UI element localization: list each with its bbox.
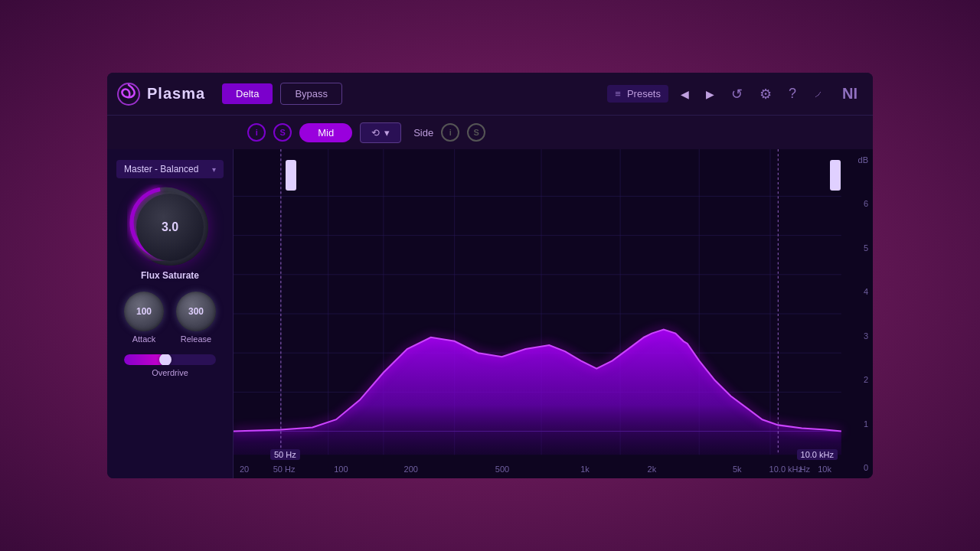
eq-svg: [234, 149, 873, 478]
loop-button[interactable]: ↺: [727, 83, 747, 106]
freq-50hz: 50 Hz: [273, 465, 296, 474]
eq-handle-right[interactable]: [830, 160, 841, 191]
small-knobs-row: 100 Attack 300 Release: [124, 292, 216, 344]
stereo-icon: ⟲: [371, 127, 380, 139]
presets-icon: ≡: [615, 88, 621, 99]
db-label-2: 2: [847, 375, 868, 384]
side-i-button[interactable]: i: [441, 123, 459, 142]
freq-5k: 5k: [733, 465, 742, 474]
release-label: Release: [181, 334, 211, 344]
side-s-button[interactable]: S: [467, 123, 485, 142]
release-knob[interactable]: 300: [176, 292, 216, 331]
flux-saturate-knob-container: 3.0 Flux Saturate: [132, 189, 208, 281]
db-label-5: 5: [847, 243, 868, 253]
release-value: 300: [188, 306, 204, 317]
freq-2k: 2k: [648, 465, 657, 474]
presets-area: ≡ Presets: [607, 85, 668, 103]
freq-1k: 1k: [580, 465, 590, 474]
freq-100: 100: [334, 465, 348, 474]
attack-knob[interactable]: 100: [124, 292, 164, 331]
mid-bar: i S Mid ⟲ ▾ Side i S: [107, 116, 873, 149]
attack-value: 100: [136, 306, 152, 317]
overdrive-slider-track[interactable]: [124, 354, 216, 365]
db-label-3: 3: [847, 331, 868, 341]
attack-label: Attack: [132, 334, 156, 344]
freq-10k: 10k: [818, 465, 831, 474]
overdrive-label: Overdrive: [152, 368, 188, 377]
knob-label: Flux Saturate: [141, 270, 199, 281]
freq-500: 500: [495, 465, 509, 474]
delta-button[interactable]: Delta: [222, 83, 273, 104]
mid-i-button[interactable]: i: [247, 123, 266, 142]
loop-icon: ↺: [731, 86, 743, 103]
attack-knob-container: 100 Attack: [124, 292, 164, 344]
overdrive-thumb[interactable]: [159, 354, 172, 365]
next-preset-button[interactable]: ▶: [701, 86, 719, 102]
help-button[interactable]: ?: [784, 83, 801, 105]
mid-channel-button[interactable]: Mid: [299, 123, 352, 142]
stereo-mode-button[interactable]: ⟲ ▾: [360, 122, 401, 143]
top-bar: Plasma Delta Bypass ≡ Presets ◀ ▶ ↺ ⚙ ? …: [107, 73, 873, 116]
freq-hz: Hz: [800, 465, 810, 474]
preset-selector[interactable]: Master - Balanced ▾: [116, 160, 224, 178]
freq-marker-left: 50 Hz: [270, 449, 300, 460]
db-label-0: 0: [847, 463, 868, 472]
preset-name: Master - Balanced: [124, 164, 207, 174]
plasma-logo-icon: [116, 82, 141, 106]
db-label-1: 1: [847, 419, 868, 429]
db-label-4: 4: [847, 287, 868, 296]
logo-area: Plasma: [116, 82, 205, 106]
left-panel: Master - Balanced ▾ 3.0 Flux Saturat: [107, 149, 234, 478]
side-label: Side: [413, 127, 433, 139]
mute-button[interactable]: ⟋: [808, 85, 828, 103]
settings-icon: ⚙: [760, 86, 772, 103]
freq-20: 20: [240, 465, 249, 474]
freq-200: 200: [404, 465, 418, 474]
app-name: Plasma: [147, 85, 205, 103]
prev-preset-button[interactable]: ◀: [676, 86, 694, 102]
help-icon: ?: [789, 86, 796, 102]
knob-ring: 3.0: [136, 194, 204, 261]
mid-s-button[interactable]: S: [273, 123, 292, 142]
presets-label: Presets: [627, 88, 661, 99]
ni-logo: NI: [836, 82, 864, 106]
db-label-title: dB: [847, 155, 868, 165]
release-knob-container: 300 Release: [176, 292, 216, 344]
overdrive-container: Overdrive: [116, 354, 224, 377]
plugin-window: Plasma Delta Bypass ≡ Presets ◀ ▶ ↺ ⚙ ? …: [107, 73, 873, 478]
eq-freq-labels: 20 50 Hz 100 200 500 1k 2k 5k 10.0 kHz 1…: [234, 460, 842, 478]
eq-area: 50 Hz 10.0 kHz dB 6 5 4 3 2 1 0 20 50 Hz…: [234, 149, 873, 478]
eq-handle-left[interactable]: [286, 160, 296, 191]
main-content: Master - Balanced ▾ 3.0 Flux Saturat: [107, 149, 873, 478]
flux-saturate-knob[interactable]: 3.0: [132, 189, 208, 266]
svg-point-0: [118, 83, 139, 105]
knob-value: 3.0: [162, 220, 178, 234]
freq-marker-right: 10.0 kHz: [797, 449, 838, 460]
settings-button[interactable]: ⚙: [755, 83, 776, 106]
eq-db-labels: dB 6 5 4 3 2 1 0: [842, 149, 873, 478]
mute-icon: ⟋: [813, 88, 824, 100]
freq-10khz: 10.0 kHz: [769, 465, 802, 474]
db-label-6: 6: [847, 199, 868, 208]
bypass-button[interactable]: Bypass: [280, 83, 342, 105]
preset-dropdown-arrow: ▾: [212, 165, 216, 174]
